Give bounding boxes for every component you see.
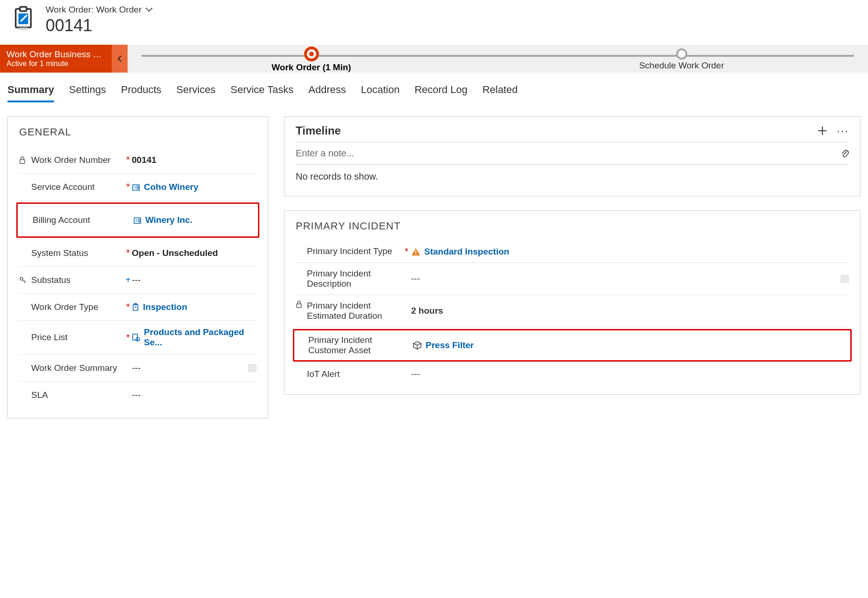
field-value-link[interactable]: Coho Winery — [132, 182, 257, 192]
bpf-duration: Active for 1 minute — [7, 60, 105, 68]
timeline-section: Timeline ··· Enter a note... No records … — [284, 116, 861, 196]
expand-icon[interactable] — [841, 275, 849, 283]
field-service-account[interactable]: Service Account * Coho Winery — [19, 174, 257, 201]
timeline-header: Timeline ··· — [296, 124, 849, 142]
business-process-flow: Work Order Business Pro... Active for 1 … — [0, 45, 868, 73]
general-section: GENERAL Work Order Number * 00141 Servic… — [7, 116, 268, 418]
required-indicator: * — [124, 302, 132, 312]
field-value: Open - Unscheduled — [132, 248, 257, 258]
tab-record-log[interactable]: Record Log — [414, 84, 468, 102]
field-sla[interactable]: SLA --- — [19, 382, 257, 409]
bpf-stage-circle — [676, 48, 687, 60]
tab-location[interactable]: Location — [361, 84, 400, 102]
required-indicator: * — [124, 248, 132, 258]
field-system-status[interactable]: System Status * Open - Unscheduled — [19, 240, 257, 267]
bpf-stage-label: Schedule Work Order — [639, 60, 724, 71]
form-selector[interactable]: Work Order: Work Order — [46, 5, 153, 15]
field-value: 2 hours — [411, 301, 849, 321]
tab-address[interactable]: Address — [308, 84, 346, 102]
field-label: Primary Incident Description — [307, 269, 405, 289]
link-text: Coho Winery — [144, 182, 198, 192]
field-label: Primary Incident Type — [307, 246, 405, 257]
field-value: --- — [132, 363, 257, 373]
field-price-list[interactable]: Price List * $ Products and Packaged Se.… — [19, 321, 257, 355]
field-value: --- — [132, 390, 257, 400]
bpf-name-block[interactable]: Work Order Business Pro... Active for 1 … — [0, 45, 112, 73]
tab-service-tasks[interactable]: Service Tasks — [231, 84, 293, 102]
tab-products[interactable]: Products — [121, 84, 162, 102]
tab-related[interactable]: Related — [482, 84, 518, 102]
field-value-link[interactable]: $ Products and Packaged Se... — [132, 327, 257, 348]
field-value-link[interactable]: Press Filter — [413, 335, 848, 356]
field-label: Price List — [31, 332, 124, 343]
field-value-link[interactable]: Standard Inspection — [411, 246, 849, 257]
breadcrumb-text: Work Order: Work Order — [46, 5, 142, 15]
field-label: Primary Incident Customer Asset — [308, 335, 406, 356]
bpf-name: Work Order Business Pro... — [7, 49, 105, 60]
clipboard-icon — [132, 303, 139, 311]
field-primary-incident-duration[interactable]: Primary Incident Estimated Duration 2 ho… — [296, 295, 849, 327]
record-title: 00141 — [46, 16, 153, 35]
tab-summary[interactable]: Summary — [7, 84, 54, 102]
field-work-order-type[interactable]: Work Order Type * Inspection — [19, 294, 257, 321]
svg-rect-4 — [20, 160, 25, 163]
bpf-stage-circle-active — [304, 47, 319, 61]
timeline-note-input[interactable]: Enter a note... — [296, 142, 849, 165]
work-order-entity-icon — [10, 5, 36, 31]
add-icon[interactable] — [817, 126, 827, 136]
more-icon[interactable]: ··· — [837, 124, 849, 137]
header-text: Work Order: Work Order 00141 — [46, 5, 153, 35]
warning-icon — [411, 248, 420, 256]
timeline-title: Timeline — [296, 124, 341, 137]
field-label: Billing Account — [33, 215, 126, 225]
bpf-stage-label: Work Order (1 Min) — [271, 62, 351, 73]
tab-services[interactable]: Services — [176, 84, 216, 102]
field-label: Service Account — [31, 182, 124, 192]
field-primary-incident-description[interactable]: Primary Incident Description --- — [296, 263, 849, 295]
svg-rect-1 — [20, 7, 27, 11]
bpf-stage-work-order[interactable]: Work Order (1 Min) — [271, 45, 351, 73]
field-billing-account[interactable]: Billing Account Winery Inc. — [20, 207, 255, 234]
field-label: System Status — [31, 248, 124, 258]
field-primary-incident-asset[interactable]: Primary Incident Customer Asset Press Fi… — [297, 333, 848, 357]
chevron-down-icon — [145, 7, 153, 12]
form-tabs: Summary Settings Products Services Servi… — [0, 73, 868, 102]
account-icon — [133, 216, 142, 224]
field-work-order-summary[interactable]: Work Order Summary --- — [19, 355, 257, 382]
link-text: Press Filter — [426, 340, 474, 350]
form-body: GENERAL Work Order Number * 00141 Servic… — [0, 102, 868, 432]
field-primary-incident-type[interactable]: Primary Incident Type * Standard Inspect… — [296, 241, 849, 263]
field-label: Primary Incident Estimated Duration — [307, 301, 405, 321]
field-label: SLA — [31, 390, 124, 400]
lock-icon — [19, 156, 31, 164]
bpf-collapse-button[interactable] — [112, 45, 128, 73]
svg-rect-15 — [297, 304, 301, 308]
field-label: Work Order Number — [31, 155, 124, 165]
bpf-stage-schedule[interactable]: Schedule Work Order — [639, 45, 724, 73]
recommended-indicator: + — [124, 275, 132, 285]
account-icon — [132, 183, 140, 191]
highlight-billing-account: Billing Account Winery Inc. — [16, 202, 259, 238]
field-value: --- — [411, 369, 849, 379]
field-value: 00141 — [132, 155, 257, 165]
field-value: --- — [411, 269, 849, 289]
primary-incident-section: PRIMARY INCIDENT Primary Incident Type *… — [284, 210, 861, 395]
required-indicator: * — [124, 155, 132, 165]
section-title-primary-incident: PRIMARY INCIDENT — [296, 220, 849, 232]
attachment-icon[interactable] — [841, 148, 849, 159]
field-label: Work Order Summary — [31, 363, 124, 373]
pricelist-icon: $ — [132, 333, 140, 342]
required-indicator: * — [124, 181, 132, 192]
section-title-general: GENERAL — [19, 126, 257, 138]
link-text: Inspection — [143, 302, 187, 312]
field-work-order-number[interactable]: Work Order Number * 00141 — [19, 147, 257, 174]
field-label: Work Order Type — [31, 302, 124, 312]
field-value-link[interactable]: Inspection — [132, 302, 257, 312]
tab-settings[interactable]: Settings — [69, 84, 106, 102]
required-indicator: * — [124, 332, 132, 343]
bpf-track: Work Order (1 Min) Schedule Work Order — [128, 45, 868, 73]
field-value-link[interactable]: Winery Inc. — [133, 215, 255, 225]
expand-icon[interactable] — [248, 364, 257, 372]
field-iot-alert[interactable]: IoT Alert --- — [296, 363, 849, 385]
field-substatus[interactable]: Substatus + --- — [19, 267, 257, 294]
